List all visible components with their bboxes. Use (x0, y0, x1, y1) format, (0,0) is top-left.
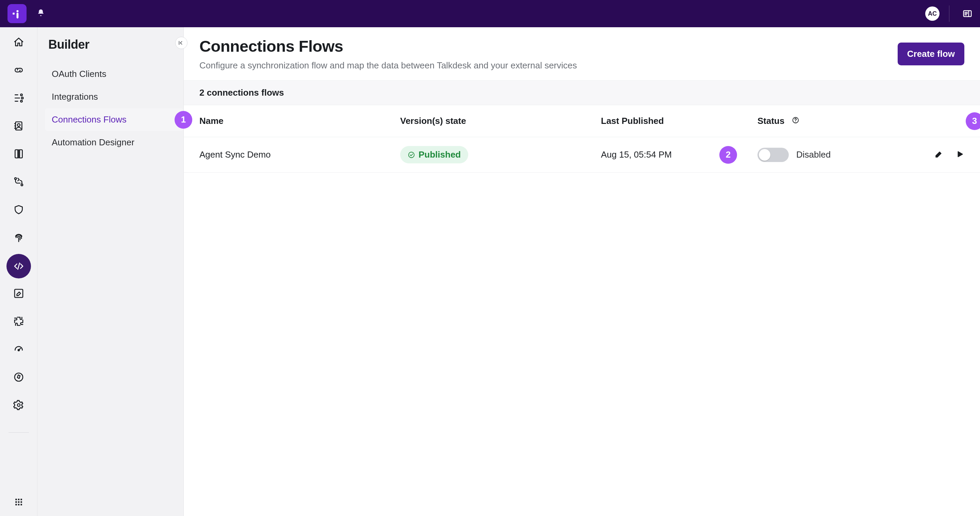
edit-row-button[interactable] (934, 150, 943, 160)
routing-icon[interactable] (13, 176, 24, 189)
svg-point-12 (18, 124, 20, 126)
apps-grid-icon[interactable] (14, 498, 23, 508)
book-icon[interactable] (13, 148, 24, 161)
svg-rect-21 (18, 498, 19, 500)
col-header-last-published: Last Published (601, 116, 757, 126)
svg-point-9 (21, 97, 23, 99)
code-icon[interactable] (6, 254, 31, 279)
dashboard-gauge-icon[interactable] (13, 344, 24, 356)
fingerprint-icon[interactable] (13, 232, 24, 244)
svg-rect-20 (15, 498, 17, 500)
page-title: Connections Flows (199, 37, 577, 56)
run-row-button[interactable] (956, 150, 964, 160)
app-logo[interactable] (8, 4, 27, 23)
page-header: Connections Flows Configure a synchroniz… (184, 27, 980, 80)
badge-label: Published (418, 150, 461, 160)
status-help-icon[interactable] (792, 116, 799, 126)
status-label: Disabled (796, 150, 830, 160)
col-header-status-label: Status (757, 116, 784, 126)
user-avatar[interactable]: AC (925, 6, 940, 21)
svg-rect-1 (17, 10, 19, 12)
svg-point-32 (409, 152, 414, 158)
status-toggle[interactable] (757, 148, 789, 162)
svg-rect-26 (15, 504, 17, 505)
svg-rect-23 (15, 502, 17, 503)
table-row: Agent Sync Demo Published Aug 15, 05:54 … (184, 137, 980, 172)
svg-rect-2 (17, 13, 19, 18)
avatar-initials: AC (928, 10, 937, 18)
sidebar-item-connections-flows[interactable]: Connections Flows 1 (45, 108, 183, 131)
builder-sidebar: Builder OAuth Clients Integrations Conne… (37, 27, 184, 516)
svg-rect-16 (14, 289, 23, 298)
list-summary-bar: 2 connections flows (184, 80, 980, 105)
svg-rect-28 (21, 504, 22, 505)
svg-point-31 (795, 121, 796, 122)
col-header-state: Version(s) state (400, 116, 601, 126)
sidebar-collapse-button[interactable] (175, 37, 188, 49)
row-name: Agent Sync Demo (199, 150, 400, 160)
callout-2: 2 (719, 146, 737, 164)
shield-icon[interactable] (13, 204, 24, 217)
svg-rect-27 (18, 504, 19, 505)
sidebar-item-label: Connections Flows (52, 115, 127, 124)
compass-icon[interactable] (13, 372, 24, 384)
top-bar: AC (0, 0, 980, 27)
address-book-icon[interactable] (13, 121, 24, 133)
main-content: Connections Flows Configure a synchroniz… (184, 27, 980, 516)
svg-point-18 (14, 373, 23, 381)
svg-point-19 (18, 404, 20, 406)
callout-3: 3 (966, 112, 980, 130)
svg-point-10 (21, 100, 22, 102)
flows-table: Name Version(s) state Last Published Sta… (184, 105, 980, 172)
svg-rect-25 (21, 502, 22, 503)
sidebar-item-oauth-clients[interactable]: OAuth Clients (45, 63, 183, 86)
svg-rect-24 (18, 502, 19, 503)
sidebar-item-automation-designer[interactable]: Automation Designer (45, 131, 183, 154)
svg-rect-22 (21, 498, 22, 500)
sidebar-item-integrations[interactable]: Integrations (45, 86, 183, 108)
col-header-status: Status (757, 116, 920, 126)
svg-point-8 (21, 94, 22, 96)
edit-icon[interactable] (13, 288, 24, 300)
create-flow-button[interactable]: Create flow (898, 43, 964, 65)
gear-icon[interactable] (13, 400, 24, 412)
puzzle-icon[interactable] (13, 316, 24, 328)
svg-rect-0 (13, 13, 14, 14)
list-count-label: 2 connections flows (199, 88, 284, 98)
col-header-name: Name (199, 116, 400, 126)
right-panel-toggle-icon[interactable] (961, 7, 974, 20)
bell-icon[interactable] (36, 8, 46, 19)
rail-separator (8, 432, 29, 433)
link-icon[interactable] (13, 65, 24, 77)
home-icon[interactable] (13, 37, 24, 49)
steps-icon[interactable] (13, 92, 24, 105)
page-subtitle: Configure a synchronization flow and map… (199, 60, 577, 71)
sidebar-title: Builder (48, 37, 183, 52)
published-badge: Published (400, 146, 468, 163)
topbar-divider (949, 5, 950, 22)
left-rail (0, 27, 37, 516)
